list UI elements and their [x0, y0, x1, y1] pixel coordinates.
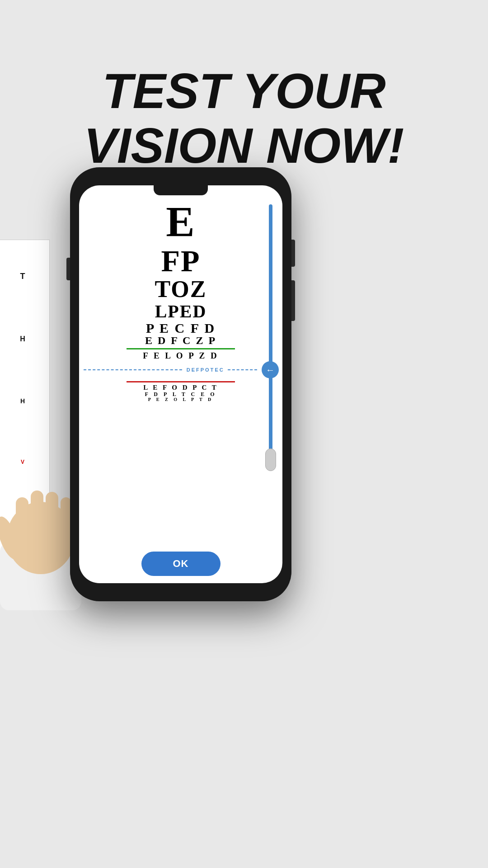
- green-separator-line: [127, 348, 235, 349]
- svg-rect-5: [46, 492, 58, 542]
- chart-row-felopzd: F E L O P Z D: [79, 351, 282, 360]
- chart-row-small-1: L E F O D P C T: [79, 384, 282, 392]
- eye-chart-display: E FP TOZ LPED P E C F D E D F C Z P F E …: [79, 195, 282, 546]
- headline-line2: VISION NOW!: [0, 118, 488, 173]
- phone-button-volume: [291, 280, 295, 321]
- dashed-indicator-row: D E F P O T E C ←: [79, 361, 282, 378]
- phone-button-power: [291, 240, 295, 267]
- dashed-line-left: [84, 369, 182, 370]
- chart-row-e: E: [79, 200, 282, 245]
- arrow-button[interactable]: ←: [262, 361, 279, 378]
- slider-thumb[interactable]: [265, 448, 276, 471]
- phone-screen: E FP TOZ LPED P E C F D E D F C Z P F E …: [79, 185, 282, 583]
- paper-row-1: T: [20, 272, 25, 281]
- chart-row-small-2: F D P L T C E O: [79, 392, 282, 397]
- paper-row-3: H: [20, 397, 25, 405]
- chart-row-fp: FP: [79, 245, 282, 277]
- chart-row-lped: LPED: [79, 302, 282, 321]
- svg-rect-3: [16, 497, 28, 542]
- paper-row-2: H: [20, 335, 25, 343]
- svg-rect-4: [31, 491, 43, 542]
- red-separator-line: [127, 381, 235, 382]
- headline-line1: TEST YOUR: [0, 63, 488, 118]
- slider-track[interactable]: [269, 204, 272, 458]
- chart-row-toz: TOZ: [79, 277, 282, 302]
- phone-mockup: E FP TOZ LPED P E C F D E D F C Z P F E …: [70, 167, 291, 601]
- dashed-line-right: [228, 369, 257, 370]
- chart-row-small-3: P E Z O L P T D: [79, 397, 282, 402]
- headline: TEST YOUR VISION NOW!: [0, 63, 488, 173]
- ok-button[interactable]: OK: [141, 552, 221, 576]
- chart-row-pecfd: P E C F D: [79, 321, 282, 335]
- dashed-text: D E F P O T E C: [187, 367, 223, 373]
- ok-button-area: OK: [79, 546, 282, 583]
- chart-row-edfczp: E D F C Z P: [79, 335, 282, 346]
- phone-button-mute: [66, 258, 70, 280]
- screen-notch: [154, 185, 208, 195]
